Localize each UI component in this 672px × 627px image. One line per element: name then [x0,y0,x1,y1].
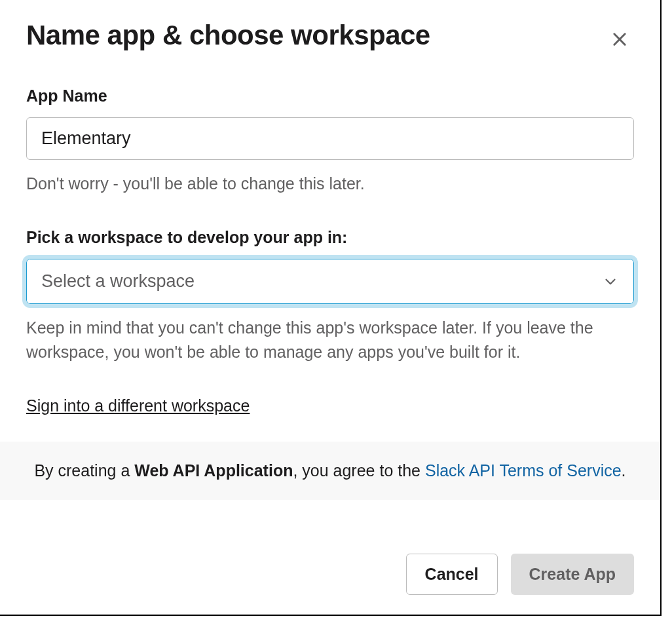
app-name-section: App Name Don't worry - you'll be able to… [26,86,634,195]
workspace-select-wrapper: Select a workspace [26,259,634,304]
terms-link[interactable]: Slack API Terms of Service [425,461,622,480]
create-app-modal: Name app & choose workspace App Name Don… [0,0,662,616]
modal-content: Name app & choose workspace App Name Don… [0,0,660,522]
terms-banner: By creating a Web API Application, you a… [0,442,660,500]
close-button[interactable] [605,25,634,54]
close-icon [610,30,629,48]
modal-header: Name app & choose workspace [26,20,634,54]
modal-footer: Cancel Create App [0,522,660,615]
app-name-input[interactable] [26,117,634,160]
workspace-select[interactable]: Select a workspace [27,259,633,303]
sign-in-different-workspace-link[interactable]: Sign into a different workspace [26,396,250,415]
workspace-select-placeholder: Select a workspace [41,271,195,292]
cancel-button[interactable]: Cancel [406,554,498,595]
create-app-button[interactable]: Create App [511,554,634,595]
modal-title: Name app & choose workspace [26,20,430,51]
terms-middle: , you agree to the [293,461,425,480]
workspace-section: Pick a workspace to develop your app in:… [26,228,634,364]
terms-prefix: By creating a [34,461,134,480]
app-name-label: App Name [26,86,634,105]
workspace-help: Keep in mind that you can't change this … [26,316,634,364]
workspace-label: Pick a workspace to develop your app in: [26,228,634,247]
terms-bold: Web API Application [134,461,293,480]
app-name-help: Don't worry - you'll be able to change t… [26,172,634,195]
terms-suffix: . [622,461,626,480]
chevron-down-icon [602,273,619,290]
